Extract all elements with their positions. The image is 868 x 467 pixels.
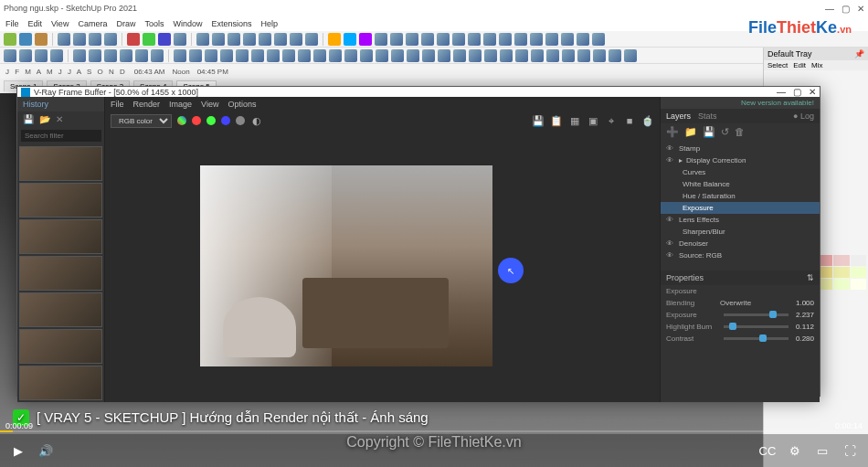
mono-icon[interactable]: ◐ <box>250 114 263 127</box>
vfb-menu-image[interactable]: Image <box>169 100 192 109</box>
history-thumb[interactable] <box>19 183 102 218</box>
eye-icon[interactable]: 👁 <box>666 144 675 153</box>
menu-file[interactable]: File <box>5 19 19 28</box>
tool-icon[interactable] <box>73 49 86 62</box>
layer-reset-icon[interactable]: ↺ <box>721 126 729 138</box>
pick-icon[interactable]: ⌖ <box>605 114 618 127</box>
tool-icon[interactable] <box>73 33 86 46</box>
copy-icon[interactable]: 📋 <box>550 114 563 127</box>
layer-source[interactable]: Source: RGB <box>679 251 722 260</box>
eye-icon[interactable]: 👁 <box>666 251 675 260</box>
menu-help[interactable]: Help <box>260 19 278 28</box>
menu-extensions[interactable]: Extensions <box>211 19 251 28</box>
render-icon[interactable]: 🍵 <box>641 114 654 127</box>
compare-icon[interactable]: ▦ <box>568 114 581 127</box>
play-icon[interactable]: ▶ <box>11 443 26 458</box>
layer-lens-effects[interactable]: Lens Effects <box>679 216 719 224</box>
tool-icon[interactable] <box>104 49 117 62</box>
tool-icon[interactable] <box>259 33 271 46</box>
tool-icon[interactable] <box>577 49 590 62</box>
history-search-input[interactable] <box>21 130 101 142</box>
tool-icon[interactable] <box>546 49 559 62</box>
history-thumb[interactable] <box>19 256 102 291</box>
tool-icon[interactable] <box>143 33 155 46</box>
tool-icon[interactable] <box>390 33 403 46</box>
tool-icon[interactable] <box>205 49 217 62</box>
minimize-icon[interactable]: — <box>777 87 786 97</box>
tool-icon[interactable] <box>50 49 63 62</box>
layer-save-icon[interactable]: 💾 <box>703 126 715 138</box>
tool-icon[interactable] <box>407 49 419 62</box>
layer-white-balance[interactable]: White Balance <box>683 180 730 188</box>
layer-folder-icon[interactable]: 📁 <box>684 126 697 138</box>
tool-icon[interactable] <box>305 33 318 46</box>
tool-icon[interactable] <box>290 33 302 46</box>
tool-icon[interactable] <box>360 49 373 62</box>
update-notice[interactable]: New version available! <box>661 97 820 109</box>
tool-icon[interactable] <box>406 33 418 46</box>
volume-icon[interactable]: 🔊 <box>38 443 53 458</box>
vfb-menu-render[interactable]: Render <box>133 100 161 109</box>
history-thumb[interactable] <box>19 292 102 327</box>
tool-icon[interactable] <box>421 33 434 46</box>
menu-camera[interactable]: Camera <box>78 19 107 28</box>
tool-icon[interactable] <box>438 49 450 62</box>
color-swatch[interactable] <box>851 279 867 290</box>
layer-hue-saturation[interactable]: Hue / Saturation <box>683 192 736 200</box>
tool-icon[interactable] <box>135 49 148 62</box>
layer-display-correction[interactable]: Display Correction <box>686 156 746 165</box>
tool-icon[interactable] <box>562 49 575 62</box>
tool-icon[interactable] <box>545 33 558 46</box>
history-load-icon[interactable]: 📂 <box>39 114 50 124</box>
vfb-render-canvas[interactable]: ↖ <box>105 130 660 402</box>
channel-red-icon[interactable] <box>192 116 201 125</box>
close-icon[interactable]: ✕ <box>809 87 816 97</box>
layer-curves[interactable]: Curves <box>683 168 705 176</box>
prop-contrast-value[interactable]: 0.280 <box>796 334 814 343</box>
tool-icon[interactable] <box>469 49 482 62</box>
channel-select[interactable]: RGB color <box>111 114 172 128</box>
tool-icon[interactable] <box>624 49 637 62</box>
tool-icon[interactable] <box>344 49 357 62</box>
tool-icon[interactable] <box>89 49 101 62</box>
eye-icon[interactable]: 👁 <box>666 156 675 165</box>
tool-icon[interactable] <box>35 49 48 62</box>
tool-icon[interactable] <box>267 49 280 62</box>
tool-icon[interactable] <box>174 33 186 46</box>
channel-rgb-icon[interactable] <box>177 116 186 125</box>
color-swatch[interactable] <box>833 255 850 266</box>
tool-icon[interactable] <box>500 49 513 62</box>
tool-icon[interactable] <box>391 49 404 62</box>
layer-add-icon[interactable]: ➕ <box>666 126 679 138</box>
highlight-slider[interactable] <box>724 325 789 328</box>
save-icon[interactable]: 💾 <box>532 114 545 127</box>
history-thumb[interactable] <box>19 329 102 364</box>
prop-exposure-value[interactable]: 2.237 <box>796 311 814 319</box>
history-thumb[interactable] <box>19 146 102 181</box>
menu-view[interactable]: View <box>51 19 69 28</box>
tool-icon[interactable] <box>104 33 117 46</box>
prop-blending-value[interactable]: Overwrite <box>720 299 751 307</box>
tool-icon[interactable] <box>515 49 528 62</box>
tool-icon[interactable] <box>4 49 16 62</box>
history-thumb[interactable] <box>19 366 102 400</box>
tool-icon[interactable] <box>453 49 466 62</box>
tray-tab-select[interactable]: Select <box>767 61 788 69</box>
tool-icon[interactable] <box>375 33 387 46</box>
tool-icon[interactable] <box>158 33 171 46</box>
layer-stamp[interactable]: Stamp <box>679 144 700 153</box>
tool-icon[interactable] <box>359 33 372 46</box>
menu-window[interactable]: Window <box>173 19 202 28</box>
pip-icon[interactable]: ▭ <box>815 443 830 458</box>
menu-draw[interactable]: Draw <box>116 19 135 28</box>
tool-icon[interactable] <box>468 33 481 46</box>
tool-icon[interactable] <box>313 49 326 62</box>
tool-icon[interactable] <box>228 33 240 46</box>
tool-icon[interactable] <box>609 49 621 62</box>
history-thumb[interactable] <box>19 219 102 254</box>
menu-edit[interactable]: Edit <box>28 19 43 28</box>
props-toggle-icon[interactable]: ⇅ <box>807 273 814 282</box>
tool-icon[interactable] <box>376 49 388 62</box>
contrast-slider[interactable] <box>724 337 789 340</box>
tool-icon[interactable] <box>19 33 32 46</box>
